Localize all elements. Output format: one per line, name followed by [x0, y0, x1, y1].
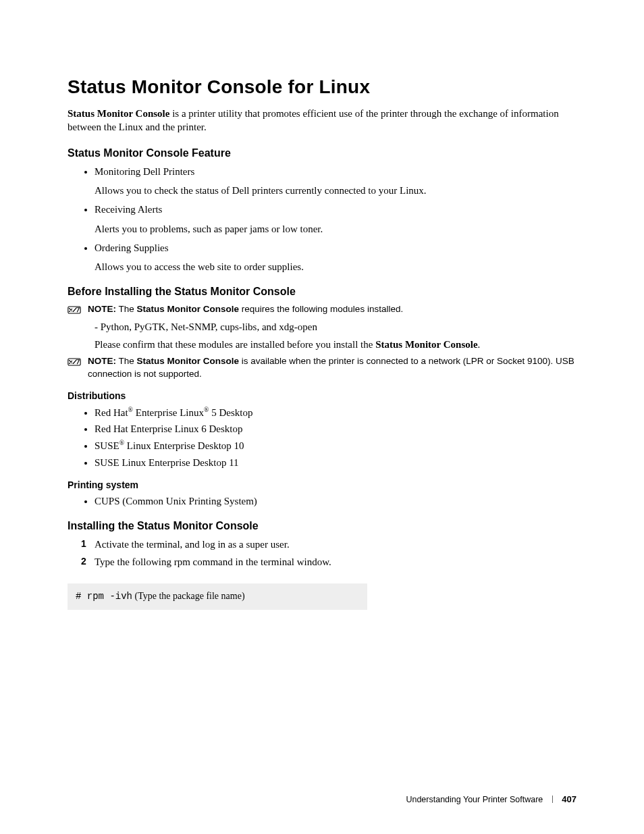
feature-list: Ordering Supplies — [68, 241, 576, 255]
list-item: Red Hat Enterprise Linux 6 Desktop — [95, 422, 576, 436]
confirm-line: Please confirm that these modules are in… — [95, 338, 576, 351]
step-item: Activate the terminal, and log in as a s… — [81, 538, 576, 551]
note-label: NOTE: — [88, 304, 116, 314]
install-steps: Activate the terminal, and log in as a s… — [68, 538, 576, 569]
intro-bold-term: Status Monitor Console — [68, 108, 169, 119]
note-icon — [68, 304, 81, 316]
feature-item: Ordering Supplies — [95, 241, 576, 255]
footer-separator — [552, 796, 553, 803]
feature-item: Monitoring Dell Printers — [95, 165, 576, 178]
page-title: Status Monitor Console for Linux — [68, 74, 576, 100]
note-block: NOTE: The Status Monitor Console require… — [68, 303, 576, 316]
list-item: Red Hat® Enterprise Linux® 5 Desktop — [95, 405, 576, 419]
intro-paragraph: Status Monitor Console is a printer util… — [68, 107, 576, 134]
note-label: NOTE: — [88, 356, 116, 366]
distributions-list: Red Hat® Enterprise Linux® 5 Desktop Red… — [68, 405, 576, 469]
step-item: Type the following rpm command in the te… — [81, 555, 576, 569]
document-page: Status Monitor Console for Linux Status … — [0, 0, 644, 834]
printing-system-heading: Printing system — [68, 479, 576, 492]
page-number: 407 — [562, 794, 576, 804]
note-icon — [68, 356, 81, 368]
feature-head: Monitoring Dell Printers — [95, 166, 194, 177]
note-text: NOTE: The Status Monitor Console require… — [88, 303, 403, 315]
footer-chapter: Understanding Your Printer Software — [406, 795, 543, 804]
note-block: NOTE: The Status Monitor Console is avai… — [68, 355, 576, 380]
feature-list: Monitoring Dell Printers — [68, 165, 576, 178]
page-footer: Understanding Your Printer Software 407 — [406, 793, 576, 806]
code-annotation: (Type the package file name) — [132, 591, 245, 601]
section-feature-heading: Status Monitor Console Feature — [68, 146, 576, 161]
feature-list: Receiving Alerts — [68, 203, 576, 216]
printing-system-list: CUPS (Common Unix Printing System) — [68, 494, 576, 508]
list-item: CUPS (Common Unix Printing System) — [95, 494, 576, 508]
section-before-heading: Before Installing the Status Monitor Con… — [68, 284, 576, 299]
note-text: NOTE: The Status Monitor Console is avai… — [88, 355, 576, 380]
feature-head: Receiving Alerts — [95, 204, 162, 215]
feature-desc: Allows you to access the web site to ord… — [95, 260, 576, 273]
section-install-heading: Installing the Status Monitor Console — [68, 519, 576, 533]
code-block: # rpm -ivh (Type the package file name) — [68, 583, 367, 610]
modules-line: - Python, PyGTK, Net-SNMP, cups-libs, an… — [95, 320, 576, 334]
feature-item: Receiving Alerts — [95, 203, 576, 216]
code-command: # rpm -ivh — [76, 591, 132, 602]
feature-desc: Alerts you to problems, such as paper ja… — [95, 222, 576, 236]
list-item: SUSE® Linux Enterprise Desktop 10 — [95, 438, 576, 452]
distributions-heading: Distributions — [68, 390, 576, 402]
list-item: SUSE Linux Enterprise Desktop 11 — [95, 456, 576, 469]
feature-head: Ordering Supplies — [95, 242, 169, 253]
feature-desc: Allows you to check the status of Dell p… — [95, 184, 576, 197]
